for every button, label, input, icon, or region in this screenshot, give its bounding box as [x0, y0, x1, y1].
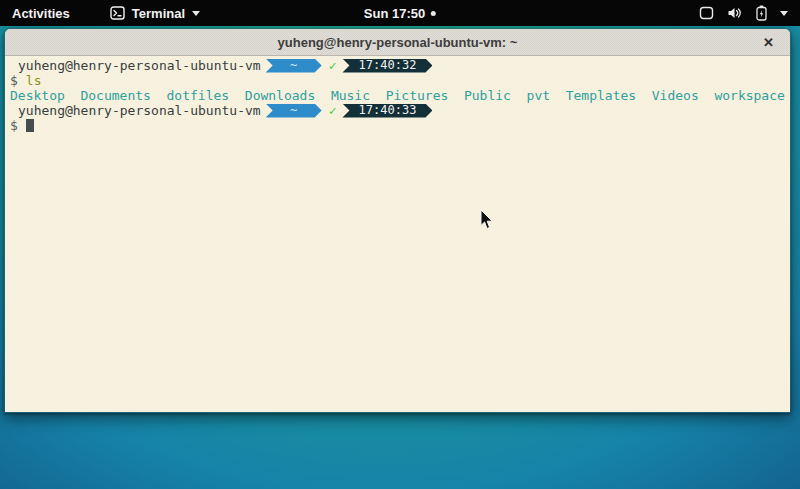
chevron-down-icon: [780, 11, 788, 16]
prompt-path-segment: ~: [266, 59, 322, 73]
clock-label: Sun 17:50: [364, 6, 425, 21]
clock-button[interactable]: Sun 17:50: [356, 0, 444, 26]
battery-charging-icon: [756, 5, 767, 21]
status-check-icon: ✓: [329, 58, 337, 73]
prompt-time-segment: 17:40:32: [342, 59, 432, 73]
close-button[interactable]: ✕: [763, 36, 774, 49]
input-line: $: [10, 118, 786, 133]
prompt-line: yuheng@henry-personal-ubuntu-vm ~ ✓ 17:4…: [10, 58, 786, 73]
volume-icon: [727, 6, 743, 20]
terminal-app-icon: [110, 6, 125, 20]
chevron-down-icon: [192, 11, 200, 16]
status-check-icon: ✓: [329, 103, 337, 118]
command-line: $ls: [10, 73, 786, 88]
screen-icon: [699, 6, 714, 20]
app-menu-button[interactable]: Terminal: [104, 0, 206, 26]
prompt-time-segment: 17:40:33: [342, 104, 432, 118]
terminal-content[interactable]: yuheng@henry-personal-ubuntu-vm ~ ✓ 17:4…: [5, 56, 790, 413]
prompt-line: yuheng@henry-personal-ubuntu-vm ~ ✓ 17:4…: [10, 103, 786, 118]
prompt-user: yuheng@henry-personal-ubuntu-vm: [10, 58, 261, 73]
system-menu-button[interactable]: [691, 0, 796, 26]
top-bar: Activities Terminal Sun 17:50: [0, 0, 800, 26]
command-text: ls: [26, 73, 42, 88]
window-titlebar[interactable]: yuheng@henry-personal-ubuntu-vm: ~ ✕: [5, 29, 790, 56]
prompt-path-segment: ~: [266, 104, 322, 118]
notification-dot: [431, 11, 436, 16]
app-menu-label: Terminal: [132, 6, 185, 21]
ls-output: Desktop Documents dotfiles Downloads Mus…: [10, 88, 786, 103]
activities-button[interactable]: Activities: [6, 0, 76, 26]
prompt-dollar: $: [10, 118, 18, 133]
terminal-window: yuheng@henry-personal-ubuntu-vm: ~ ✕ yuh…: [4, 28, 791, 413]
prompt-dollar: $: [10, 73, 18, 88]
text-cursor: [26, 119, 34, 132]
window-title: yuheng@henry-personal-ubuntu-vm: ~: [278, 35, 518, 50]
prompt-user: yuheng@henry-personal-ubuntu-vm: [10, 103, 261, 118]
desktop-background: Activities Terminal Sun 17:50: [0, 0, 800, 489]
